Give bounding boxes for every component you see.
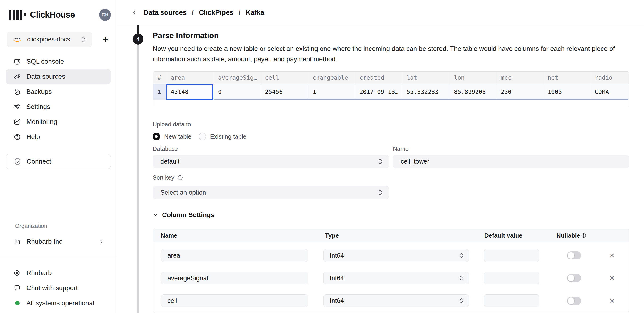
sort-key-select[interactable]: Select an option <box>153 186 389 199</box>
breadcrumb-separator: / <box>192 9 194 17</box>
chat-bubble-icon <box>14 284 21 292</box>
preview-cell[interactable]: 1 <box>308 84 355 100</box>
sort-key-label-row: Sort key <box>153 174 629 181</box>
row-number-cell: 1 <box>153 84 166 100</box>
service-row: aws clickpipes-docs + <box>6 32 111 47</box>
radio-unselected-icon <box>198 133 206 140</box>
nullable-toggle-off[interactable] <box>567 297 581 305</box>
default-value-input[interactable] <box>484 294 539 307</box>
column-settings-toggle[interactable]: Column Settings <box>153 210 629 220</box>
upload-target-radio-group: New table Existing table <box>153 132 629 140</box>
preview-header-cell: lat <box>402 72 449 84</box>
svg-text:aws: aws <box>14 37 20 40</box>
sidebar-item-sql-console[interactable]: SQL console <box>6 54 111 69</box>
radio-new-table[interactable]: New table <box>153 133 192 140</box>
header-nullable: Nullable <box>551 232 597 239</box>
sidebar-item-label: Data sources <box>26 73 65 80</box>
sidebar-item-data-sources[interactable]: Data sources <box>6 69 111 84</box>
chevron-updown-icon <box>377 158 383 165</box>
sidebar-item-help[interactable]: Help <box>6 129 111 144</box>
preview-cell[interactable]: 55.332283 <box>402 84 449 100</box>
preview-cell[interactable]: 2017-09-13… <box>355 84 402 100</box>
organization-label: Organization <box>15 222 116 230</box>
upload-data-to-label: Upload data to <box>153 121 629 128</box>
preview-cell-area-selected[interactable]: 45148 <box>166 84 214 100</box>
column-type-select[interactable]: Int64 <box>324 249 469 262</box>
backups-history-icon <box>14 88 21 96</box>
preview-header-cell: area <box>166 72 214 84</box>
database-label: Database <box>153 145 389 152</box>
step-number-badge: 4 <box>132 34 144 45</box>
preview-header-cell: changeable <box>308 72 355 84</box>
clickhouse-logo-icon <box>9 10 26 20</box>
database-select[interactable]: default <box>153 155 389 168</box>
back-button[interactable] <box>131 9 138 16</box>
default-value-input[interactable] <box>484 272 539 284</box>
add-service-button[interactable]: + <box>100 34 111 45</box>
sort-key-label: Sort key <box>153 174 174 181</box>
connect-icon <box>14 158 21 165</box>
preview-header-cell: cell <box>260 72 308 84</box>
help-icon <box>14 133 21 141</box>
preview-cell[interactable]: 1005 <box>543 84 590 100</box>
footer-item-system-status[interactable]: All systems operational <box>6 295 111 311</box>
breadcrumb-kafka[interactable]: Kafka <box>246 9 264 17</box>
preview-data-row: 1 45148 0 25456 1 2017-09-13… 55.332283 … <box>153 84 629 100</box>
radio-existing-table[interactable]: Existing table <box>198 133 246 140</box>
column-row-area: Int64 ✕ <box>153 244 629 267</box>
column-name-input[interactable] <box>161 272 308 284</box>
preview-header-row: # area averageSig… cell changeable creat… <box>153 72 629 84</box>
remove-column-button[interactable]: ✕ <box>607 252 617 259</box>
settings-sliders-icon <box>14 103 21 111</box>
column-type-select[interactable]: Int64 <box>324 294 469 307</box>
remove-column-button[interactable]: ✕ <box>607 297 617 305</box>
organization-switcher[interactable]: Rhubarb Inc <box>6 234 111 249</box>
preview-header-cell: averageSig… <box>214 72 260 84</box>
preview-cell[interactable]: 85.899208 <box>449 84 496 100</box>
sidebar-item-settings[interactable]: Settings <box>6 99 111 114</box>
breadcrumb-clickpipes[interactable]: ClickPipes <box>199 9 234 17</box>
sort-key-placeholder: Select an option <box>160 189 206 196</box>
info-icon[interactable] <box>581 233 586 238</box>
toggle-knob <box>568 297 574 304</box>
sidebar-item-monitoring[interactable]: Monitoring <box>6 114 111 129</box>
table-name-input[interactable] <box>393 155 629 168</box>
column-type-value: Int64 <box>330 252 344 259</box>
horizontal-scrollbar[interactable] <box>214 99 628 100</box>
data-preview-table: # area averageSig… cell changeable creat… <box>153 71 629 108</box>
sidebar-item-backups[interactable]: Backups <box>6 84 111 99</box>
service-selector[interactable]: aws clickpipes-docs <box>6 32 92 47</box>
step-description: Now you need to create a new table or se… <box>153 44 629 64</box>
preview-cell[interactable]: 25456 <box>260 84 308 100</box>
service-name: clickpipes-docs <box>27 36 70 43</box>
footer-item-label: Chat with support <box>26 284 78 292</box>
chevron-down-icon <box>153 212 158 218</box>
nullable-toggle-off[interactable] <box>567 274 581 282</box>
connect-button[interactable]: Connect <box>6 154 111 169</box>
preview-cell[interactable]: 0 <box>214 84 260 100</box>
chevron-updown-icon <box>458 297 464 304</box>
preview-header-cell: # <box>153 72 166 84</box>
column-settings-table: Name Type Default value Nullable <box>153 229 629 312</box>
footer-item-rhubarb[interactable]: Rhubarb <box>6 265 111 280</box>
organization-name: Rhubarb Inc <box>26 238 62 245</box>
breadcrumb-data-sources[interactable]: Data sources <box>144 9 186 17</box>
flower-icon <box>14 269 21 277</box>
column-name-input[interactable] <box>161 249 308 262</box>
nullable-toggle-off[interactable] <box>567 251 581 259</box>
sidebar-item-label: Settings <box>26 103 50 111</box>
preview-cell[interactable]: CDMA <box>590 84 629 100</box>
column-name-input[interactable] <box>161 294 308 307</box>
column-type-value: Int64 <box>330 297 344 304</box>
preview-cell[interactable]: 250 <box>496 84 543 100</box>
step-title: Parse Information <box>153 31 629 40</box>
user-avatar[interactable]: CH <box>99 9 111 21</box>
column-type-value: Int64 <box>330 274 344 282</box>
footer-item-chat-support[interactable]: Chat with support <box>6 280 111 295</box>
default-value-input[interactable] <box>484 249 539 262</box>
chevron-updown-icon <box>458 275 464 281</box>
database-value: default <box>160 158 180 165</box>
info-icon[interactable] <box>177 175 183 181</box>
column-type-select[interactable]: Int64 <box>324 272 469 284</box>
remove-column-button[interactable]: ✕ <box>607 274 617 282</box>
